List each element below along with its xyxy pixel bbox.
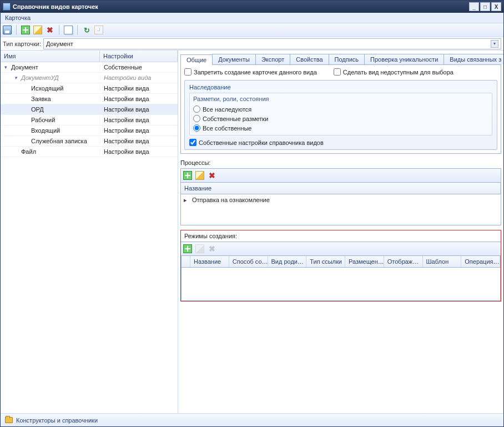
tree-item-label: Исходящий [31,85,63,92]
all-own-input[interactable] [193,124,200,132]
tree-panel: Имя Настройки ▾ДокументСобственные▾Докум… [1,51,178,413]
subgroup-title: Разметки, роли, состояния [193,96,488,102]
tree-item-settings: Настройки вида [100,127,178,134]
edit-icon[interactable] [33,26,42,34]
mode-edit-icon [195,244,204,253]
modes-col[interactable]: Вид роди… [268,256,307,267]
col-settings[interactable]: Настройки [100,51,178,62]
own-markups-radio[interactable]: Собственные разметки [193,114,488,123]
tree-item-label: ОРД [31,106,44,113]
modes-col[interactable]: Операция… [461,256,500,267]
tree-item-settings: Настройки вида [100,85,178,92]
inherit-all-label: Все наследуются [203,106,251,113]
add-icon[interactable] [21,26,30,34]
menu-card[interactable]: Карточка [5,14,31,21]
all-own-radio[interactable]: Все собственные [193,123,488,133]
tree-row[interactable]: ОРДНастройки вида [1,104,178,115]
tree-item-settings: Собственные [100,64,178,71]
separator [59,25,59,35]
own-ref-settings-checkbox[interactable]: Собственные настройки справочника видов [189,139,492,146]
modes-col[interactable]: Название [190,256,229,267]
modes-col[interactable]: Способ со… [229,256,268,267]
forbid-create-input[interactable] [184,68,191,76]
tab[interactable]: Экспорт [255,54,290,64]
tree-row[interactable]: Служебная запискаНастройки вида [1,136,178,147]
tree-row[interactable]: РабочийНастройки вида [1,115,178,125]
status-text[interactable]: Конструкторы и справочники [16,417,98,424]
close-button[interactable]: X [491,2,501,11]
tree-item-label: Файл [21,148,36,155]
processes-grid[interactable]: ▸ Отправка на ознакомление [180,194,501,225]
chevron-down-icon[interactable]: ▾ [491,40,498,48]
minimize-button[interactable]: _ [469,2,479,11]
inheritance-group: Наследование Разметки, роли, состояния В… [184,80,497,150]
hide-type-input[interactable] [334,68,341,76]
tab-general: Запретить создание карточек данного вида… [180,65,501,154]
separator [77,25,78,35]
tree[interactable]: ▾ДокументСобственные▾ДокументУДНастройки… [1,62,178,413]
tab[interactable]: Подпись [329,54,365,64]
processes-label: Процессы: [180,159,501,166]
tab[interactable]: Документы [212,54,256,64]
tree-row[interactable]: ▾ДокументСобственные [1,62,178,73]
main-toolbar: ✖ ↻ [1,23,503,37]
own-markups-input[interactable] [193,115,200,122]
card-type-bar: Тип карточки: Документ ▾ [1,37,503,51]
process-col-name[interactable]: Название [181,183,501,194]
copy-icon[interactable] [64,26,73,34]
forbid-create-checkbox[interactable]: Запретить создание карточек данного вида [184,68,317,76]
tab[interactable]: Проверка уникальности [364,54,444,64]
tabs: ОбщиеДокументыЭкспортСвойстваПодписьПров… [180,53,501,65]
hide-type-checkbox[interactable]: Сделать вид недоступным для выбора [334,68,453,76]
modes-grid[interactable] [181,268,501,301]
expand-icon[interactable]: ▾ [13,75,19,81]
modes-toolbar: ✖ [181,242,501,256]
tree-row[interactable]: ▾ДокументУДНастройки вида [1,73,178,83]
statusbar: Конструкторы и справочники [1,413,503,426]
tree-item-label: Рабочий [31,117,55,123]
modes-col[interactable]: Шаблон [423,256,462,267]
window-title: Справочник видов карточек [13,3,98,10]
tab[interactable]: Свойства [290,54,329,64]
tab[interactable]: Общие [180,54,213,65]
history-icon [94,26,103,34]
col-name[interactable]: Имя [1,51,100,62]
own-ref-settings-input[interactable] [189,139,196,146]
tree-item-settings: Настройки вида [100,106,178,113]
process-row[interactable]: ▸ Отправка на ознакомление [181,194,501,205]
tree-item-label: ДокументУД [21,74,59,81]
modes-col[interactable]: Отображ… [384,256,423,267]
save-icon[interactable] [3,26,12,34]
tree-item-label: Служебная записка [31,138,87,144]
tree-item-settings: Настройки вида [100,138,178,144]
delete-icon[interactable]: ✖ [46,26,54,34]
mode-add-icon[interactable] [183,244,192,253]
tree-header: Имя Настройки [1,51,178,62]
modes-col[interactable]: Размещен… [345,256,384,267]
process-name: Отправка на ознакомление [190,197,501,203]
menubar: Карточка [1,13,503,23]
process-add-icon[interactable] [183,171,192,180]
card-type-combo[interactable]: Документ ▾ [43,38,501,49]
tree-row[interactable]: ФайлНастройки вида [1,147,178,157]
refresh-icon[interactable]: ↻ [82,26,91,34]
hide-type-label: Сделать вид недоступным для выбора [343,69,453,76]
forbid-create-label: Запретить создание карточек данного вида [194,69,317,76]
all-own-label: Все собственные [203,125,251,132]
own-markups-label: Собственные разметки [203,115,268,122]
card-type-label: Тип карточки: [3,41,41,47]
inherit-all-input[interactable] [193,106,200,113]
modes-col[interactable]: Тип ссылки [306,256,345,267]
tree-row[interactable]: ЗаявкаНастройки вида [1,94,178,104]
tree-row[interactable]: ВходящийНастройки вида [1,125,178,136]
tree-item-settings: Настройки вида [100,148,178,155]
maximize-button[interactable]: □ [480,2,490,11]
inherit-all-radio[interactable]: Все наследуются [193,104,488,114]
folder-icon [5,417,13,423]
creation-modes-box: Режимы создания: ✖ НазваниеСпособ со…Вид… [180,230,501,302]
tree-row[interactable]: ИсходящийНастройки вида [1,83,178,94]
expand-icon[interactable]: ▾ [3,64,9,71]
process-delete-icon[interactable]: ✖ [208,171,216,180]
tab[interactable]: Виды связанных з [443,54,503,64]
process-edit-icon[interactable] [195,171,204,180]
